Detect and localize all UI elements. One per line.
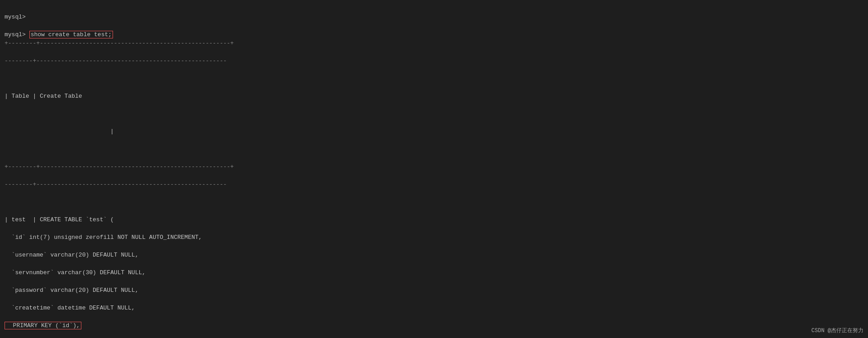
- prompt-blank: mysql>: [5, 14, 26, 20]
- dashed-3: +--------+------------------------------…: [5, 163, 234, 170]
- row-primary-key: PRIMARY KEY (`id`),: [5, 322, 81, 329]
- row-username: `username` varchar(20) DEFAULT NULL,: [5, 252, 138, 258]
- row-servnumber: `servnumber` varchar(30) DEFAULT NULL,: [5, 269, 146, 276]
- watermark: CSDN @杰仔正在努力: [811, 327, 863, 334]
- dashed-2: --------+-------------------------------…: [5, 57, 226, 64]
- dashed-1: +--------+------------------------------…: [5, 40, 234, 47]
- terminal-output: mysql> mysql> show create table test; +-…: [0, 0, 868, 338]
- header-separator: |: [5, 128, 114, 135]
- row-id: `id` int(7) unsigned zerofill NOT NULL A…: [5, 234, 202, 241]
- header-row: | Table | Create Table: [5, 93, 82, 100]
- prompt-1: mysql>: [5, 31, 26, 38]
- command-1: show create table test;: [29, 31, 113, 38]
- row-createtime: `createtime` datetime DEFAULT NULL,: [5, 305, 135, 311]
- dashed-4: --------+-------------------------------…: [5, 181, 226, 188]
- row-password: `password` varchar(20) DEFAULT NULL,: [5, 287, 138, 294]
- row-test-1: | test | CREATE TABLE `test` (: [5, 216, 114, 223]
